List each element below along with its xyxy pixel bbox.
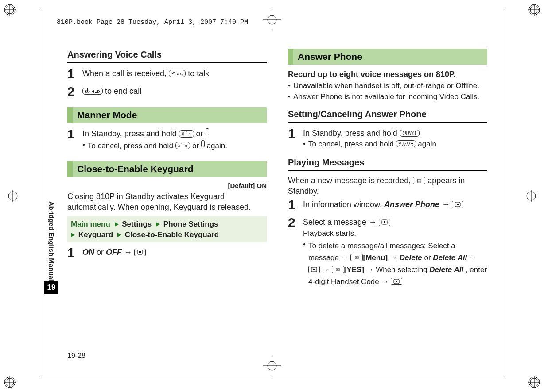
step-number: 2	[67, 85, 82, 98]
rule	[288, 170, 487, 171]
text: To delete a message/all messages: Select…	[308, 240, 487, 288]
t: To cancel, press and hold	[88, 142, 175, 150]
text: or	[97, 248, 106, 257]
hash-key-icon: #``♬	[179, 130, 194, 137]
text: In Standby, press and hold	[303, 129, 400, 138]
option-on: ON	[82, 248, 94, 257]
text: Select a message →	[303, 218, 379, 227]
reg-mark-ml	[7, 190, 19, 202]
t: again.	[418, 140, 438, 148]
step-body: ON or OFF →	[82, 246, 267, 257]
rule	[67, 62, 267, 63]
step-number: 1	[67, 246, 82, 259]
option-off: OFF	[106, 248, 122, 257]
nav-item: Keyguard	[78, 231, 113, 239]
t: → When selecting	[366, 265, 430, 274]
answer-intro: Record up to eight voice messages on 810…	[288, 69, 487, 80]
bullet: To delete a message/all messages: Select…	[303, 240, 487, 288]
heading-playing: Playing Messages	[288, 157, 487, 169]
step-body: When a call is received, ↶ ᴀ/ₐ to talk	[82, 67, 267, 79]
nav-path: Main menu Settings Phone Settings Keygua…	[67, 216, 267, 243]
arrow-icon	[71, 233, 75, 237]
step-body: In Standby, press and hold ｸﾘｱ/ﾒﾓ To can…	[303, 127, 487, 150]
step-number: 1	[288, 127, 303, 140]
crop-cross-bot	[259, 356, 285, 376]
arrow: →	[322, 265, 332, 274]
arrow: →	[469, 254, 477, 262]
section-manner-mode: Manner Mode	[67, 107, 267, 123]
answer-phone-label: Answer Phone	[384, 200, 439, 209]
text: to talk	[188, 69, 209, 78]
yes-label: [YES]	[344, 265, 364, 274]
section-title: Manner Mode	[73, 107, 267, 123]
rule	[288, 122, 487, 123]
call-key-icon: ↶ ᴀ/ₐ	[169, 70, 186, 77]
bullet: Unavailable when handset is off, out-of-…	[288, 81, 487, 91]
clear-memo-key-icon: ｸﾘｱ/ﾒﾓ	[396, 140, 416, 147]
section-title: Close-to-Enable Keyguard	[73, 161, 267, 177]
ok-key-icon	[308, 266, 320, 273]
text: Answer Phone is not available for incomi…	[293, 92, 479, 102]
side-label: Abridged English Manual	[48, 201, 55, 281]
section-tab	[67, 107, 73, 123]
left-column: Answering Voice Calls 1 When a call is r…	[67, 49, 267, 345]
ok-key-icon	[391, 278, 402, 285]
step-1: 1 In Standby, press and hold #``♬ or To …	[67, 127, 267, 152]
step-number: 1	[67, 67, 82, 81]
ok-key-icon	[134, 249, 146, 256]
text: When a call is received,	[82, 69, 169, 78]
step-1: 1 ON or OFF →	[67, 246, 267, 259]
text: or	[196, 129, 206, 138]
nav-item: Phone Settings	[163, 220, 218, 228]
step-number: 1	[288, 198, 303, 211]
play-intro: When a new message is recorded, ▤ appear…	[288, 175, 487, 197]
hash-key-icon: #``♬	[175, 142, 190, 149]
step-1: 1 When a call is received, ↶ ᴀ/ₐ to talk	[67, 67, 267, 81]
arrow-icon	[156, 222, 160, 227]
step-1: 1 In Standby, press and hold ｸﾘｱ/ﾒﾓ To c…	[288, 127, 487, 150]
text: In Standby, press and hold	[82, 129, 179, 138]
pdf-header: 810P.book Page 28 Tuesday, April 3, 2007…	[57, 19, 248, 26]
step-body: ⏻ ʜʟᴅ to end call	[82, 85, 267, 96]
text: To cancel, press and hold #``♬ or again.	[88, 140, 227, 151]
svg-rect-33	[384, 221, 385, 223]
clear-memo-key-icon: ｸﾘｱ/ﾒﾓ	[400, 130, 420, 137]
delete-label: Delete	[400, 254, 422, 262]
svg-rect-31	[457, 204, 459, 205]
reg-mark-tl	[4, 4, 16, 16]
keyguard-desc: Closing 810P in Standby activates Keygua…	[67, 191, 267, 213]
delete-all-label: Delete All	[433, 254, 467, 262]
arrow: →	[442, 200, 452, 209]
side-key-icon	[201, 140, 205, 147]
step-body: Select a message → Playback starts. To d…	[303, 216, 487, 288]
arrow: →	[390, 254, 400, 262]
ok-key-icon	[452, 201, 463, 208]
mail-key-icon	[350, 254, 363, 261]
section-keyguard: Close-to-Enable Keyguard	[67, 161, 267, 177]
bullet: Answer Phone is not available for incomi…	[288, 92, 487, 102]
page-number: 19-28	[67, 352, 85, 360]
section-tab	[67, 161, 73, 177]
svg-rect-35	[313, 269, 315, 270]
section-answer-phone: Answer Phone	[288, 49, 487, 65]
bullet: To cancel, press and hold #``♬ or again.	[82, 140, 267, 151]
step-body: In information window, Answer Phone →	[303, 198, 487, 210]
t: or	[424, 254, 433, 262]
side-key-icon	[206, 128, 209, 135]
reg-mark-bl	[4, 376, 16, 388]
reg-mark-tr	[528, 4, 540, 16]
step-2: 2 ⏻ ʜʟᴅ to end call	[67, 85, 267, 98]
step-body: In Standby, press and hold #``♬ or To ca…	[82, 127, 267, 152]
step-number: 2	[288, 216, 303, 229]
arrow-icon	[117, 233, 121, 237]
section-title: Answer Phone	[293, 49, 487, 65]
svg-rect-29	[139, 251, 141, 253]
ok-key-icon	[379, 219, 390, 226]
t: or	[192, 142, 201, 150]
menu-label: [Menu]	[363, 254, 388, 262]
message-record-icon: ▤	[413, 177, 425, 184]
heading-answering: Answering Voice Calls	[67, 49, 267, 61]
arrow-icon	[115, 222, 119, 227]
default-tag: [Default] ON	[67, 181, 267, 190]
nav-main: Main menu	[71, 220, 110, 228]
